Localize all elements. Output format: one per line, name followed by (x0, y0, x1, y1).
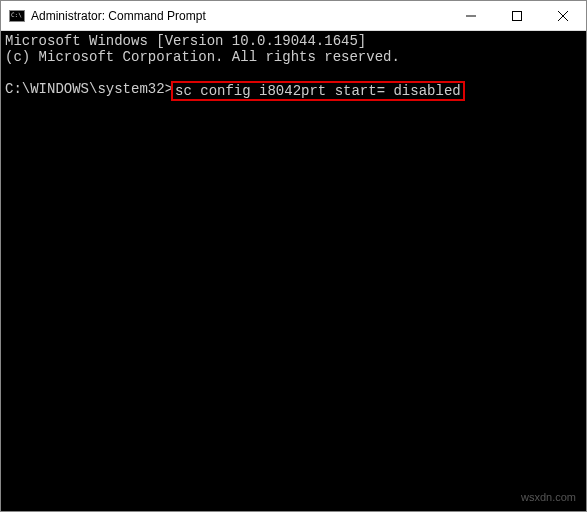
prompt-line: C:\WINDOWS\system32>sc config i8042prt s… (5, 81, 582, 101)
watermark: wsxdn.com (521, 489, 576, 505)
svg-rect-1 (513, 11, 522, 20)
cmd-icon (9, 8, 25, 24)
command-highlight: sc config i8042prt start= disabled (171, 81, 465, 101)
command-text: sc config i8042prt start= disabled (175, 83, 461, 99)
command-prompt-window: Administrator: Command Prompt Microsoft … (0, 0, 587, 512)
blank-line (5, 65, 582, 81)
copyright-line: (c) Microsoft Corporation. All rights re… (5, 49, 582, 65)
close-button[interactable] (540, 1, 586, 30)
version-line: Microsoft Windows [Version 10.0.19044.16… (5, 33, 582, 49)
maximize-button[interactable] (494, 1, 540, 30)
window-controls (448, 1, 586, 30)
prompt-text: C:\WINDOWS\system32> (5, 81, 173, 101)
titlebar[interactable]: Administrator: Command Prompt (1, 1, 586, 31)
console-area[interactable]: Microsoft Windows [Version 10.0.19044.16… (1, 31, 586, 511)
minimize-button[interactable] (448, 1, 494, 30)
window-title: Administrator: Command Prompt (31, 9, 448, 23)
